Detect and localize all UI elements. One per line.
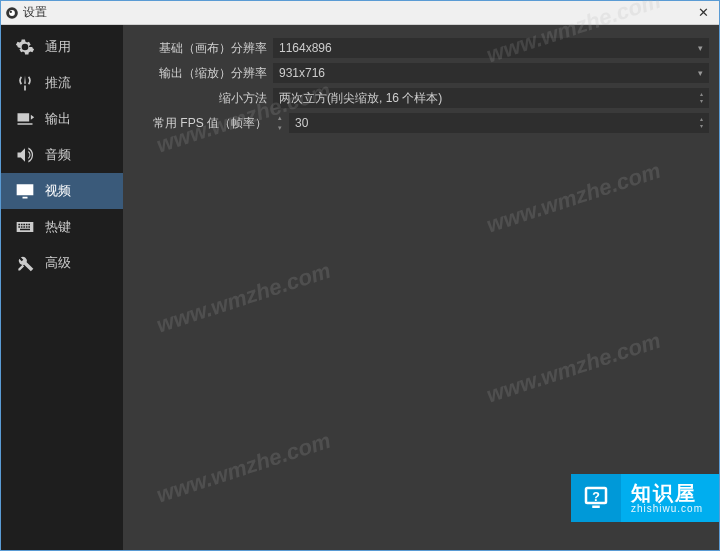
- brand-logo-icon: ?: [571, 474, 621, 522]
- monitor-icon: [15, 181, 35, 201]
- watermark: www.wmzhe.com: [483, 158, 663, 239]
- sidebar-item-video[interactable]: 视频: [1, 173, 123, 209]
- svg-point-2: [10, 10, 12, 12]
- sidebar-item-output[interactable]: 输出: [1, 101, 123, 137]
- sidebar-label: 视频: [45, 182, 71, 200]
- watermark: www.wmzhe.com: [483, 328, 663, 409]
- updown-icon: ▴▾: [700, 91, 703, 105]
- svg-point-1: [9, 10, 15, 16]
- sidebar-label: 热键: [45, 218, 71, 236]
- titlebar: 设置 ✕: [1, 1, 719, 25]
- speaker-icon: [15, 145, 35, 165]
- brand-domain: zhishiwu.com: [631, 503, 703, 514]
- sidebar-item-advanced[interactable]: 高级: [1, 245, 123, 281]
- sidebar-label: 音频: [45, 146, 71, 164]
- sidebar-label: 推流: [45, 74, 71, 92]
- watermark: www.wmzhe.com: [153, 258, 333, 339]
- sidebar-item-general[interactable]: 通用: [1, 29, 123, 65]
- chevron-down-icon: ▾: [698, 68, 703, 78]
- base-resolution-dropdown[interactable]: 1164x896 ▾: [273, 38, 709, 58]
- tools-icon: [15, 253, 35, 273]
- app-icon: [5, 6, 19, 20]
- sidebar: 通用 推流 输出 音频 视频 热键: [1, 25, 123, 550]
- fps-dropdown[interactable]: 30 ▴▾: [289, 113, 709, 133]
- main-panel: 基础（画布）分辨率 1164x896 ▾ 输出（缩放）分辨率 931x716 ▾…: [123, 25, 719, 550]
- sidebar-label: 高级: [45, 254, 71, 272]
- keyboard-icon: [15, 217, 35, 237]
- output-icon: [15, 109, 35, 129]
- sidebar-label: 输出: [45, 110, 71, 128]
- base-resolution-label: 基础（画布）分辨率: [133, 40, 273, 57]
- downscale-filter-value: 两次立方(削尖缩放, 16 个样本): [279, 90, 442, 107]
- svg-rect-4: [592, 506, 600, 509]
- close-button[interactable]: ✕: [691, 3, 715, 23]
- chevron-down-icon: ▾: [698, 43, 703, 53]
- sidebar-item-hotkeys[interactable]: 热键: [1, 209, 123, 245]
- svg-text:?: ?: [592, 490, 600, 504]
- watermark: www.wmzhe.com: [153, 428, 333, 509]
- window-title: 设置: [23, 4, 691, 21]
- sidebar-item-stream[interactable]: 推流: [1, 65, 123, 101]
- updown-icon: ▴▾: [700, 116, 703, 130]
- sidebar-item-audio[interactable]: 音频: [1, 137, 123, 173]
- output-resolution-dropdown[interactable]: 931x716 ▾: [273, 63, 709, 83]
- gear-icon: [15, 37, 35, 57]
- output-resolution-label: 输出（缩放）分辨率: [133, 65, 273, 82]
- antenna-icon: [15, 73, 35, 93]
- fps-type-spinner[interactable]: ▴▾: [273, 113, 287, 133]
- sidebar-label: 通用: [45, 38, 71, 56]
- output-resolution-value: 931x716: [279, 66, 325, 80]
- brand-badge: ? 知识屋 zhishiwu.com: [571, 474, 719, 522]
- downscale-filter-dropdown[interactable]: 两次立方(削尖缩放, 16 个样本) ▴▾: [273, 88, 709, 108]
- base-resolution-value: 1164x896: [279, 41, 332, 55]
- fps-label: 常用 FPS 值（帧率）: [133, 115, 273, 132]
- fps-value: 30: [295, 116, 308, 130]
- downscale-filter-label: 缩小方法: [133, 90, 273, 107]
- brand-name: 知识屋: [631, 483, 703, 503]
